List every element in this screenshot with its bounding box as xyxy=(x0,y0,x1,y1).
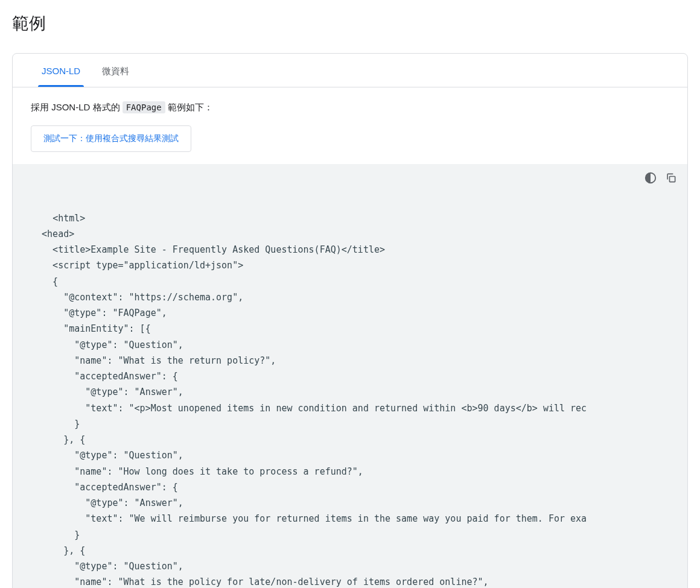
tab-bar: JSON-LD 微資料 xyxy=(13,54,687,87)
page-title: 範例 xyxy=(12,12,688,35)
theme-toggle-icon[interactable] xyxy=(644,171,657,185)
code-block: <html> <head> <title>Example Site - Freq… xyxy=(13,164,687,588)
copy-icon[interactable] xyxy=(664,171,678,185)
content-section: 採用 JSON-LD 格式的 FAQPage 範例如下： 測試一下：使用複合式搜… xyxy=(13,87,687,164)
desc-prefix: 採用 JSON-LD 格式的 xyxy=(31,102,122,112)
description-text: 採用 JSON-LD 格式的 FAQPage 範例如下： xyxy=(31,102,669,113)
tab-microdata[interactable]: 微資料 xyxy=(91,54,140,87)
desc-code: FAQPage xyxy=(122,101,165,113)
desc-suffix: 範例如下： xyxy=(165,102,213,112)
code-toolbar xyxy=(644,171,678,185)
example-card: JSON-LD 微資料 採用 JSON-LD 格式的 FAQPage 範例如下：… xyxy=(12,53,688,588)
test-rich-results-button[interactable]: 測試一下：使用複合式搜尋結果測試 xyxy=(31,125,191,152)
tab-jsonld[interactable]: JSON-LD xyxy=(31,54,91,87)
svg-rect-0 xyxy=(670,177,675,182)
code-content: <html> <head> <title>Example Site - Freq… xyxy=(31,213,587,589)
